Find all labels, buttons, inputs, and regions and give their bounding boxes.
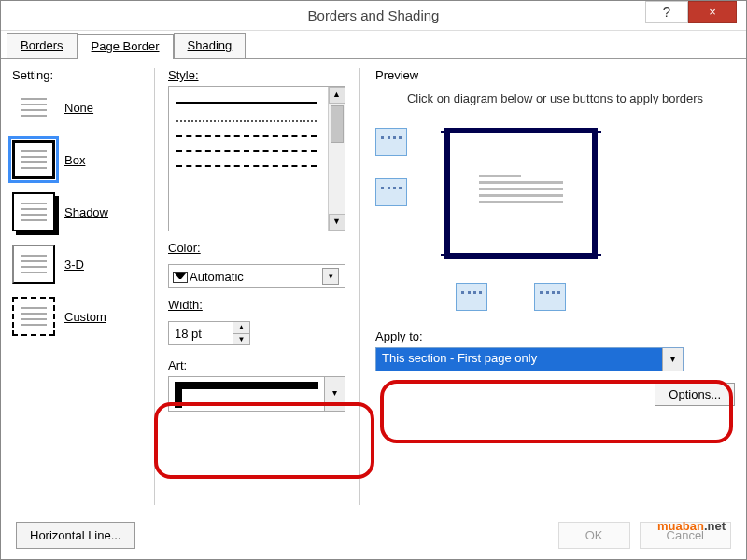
scroll-down-icon[interactable]: ▼ (329, 214, 345, 231)
style-line-dashdot[interactable] (176, 165, 317, 167)
setting-custom-label: Custom (64, 310, 106, 324)
setting-none[interactable]: None (12, 88, 154, 127)
color-label: Color: (168, 241, 359, 255)
scroll-thumb[interactable] (331, 105, 344, 143)
apply-to-value: This section - First page only (376, 348, 662, 371)
chevron-down-icon[interactable]: ▾ (322, 268, 339, 285)
setting-shadow[interactable]: Shadow (12, 192, 154, 231)
art-combo[interactable]: ▾ (168, 376, 345, 412)
setting-shadow-icon (12, 192, 55, 231)
width-label: Width: (168, 298, 359, 312)
setting-box-icon (12, 140, 55, 179)
preview-area (375, 119, 735, 277)
preview-hint: Click on diagram below or use buttons to… (375, 91, 735, 105)
style-line-dash[interactable] (176, 135, 317, 137)
chevron-down-icon[interactable]: ▾ (324, 377, 345, 411)
width-spinner[interactable]: ▲▼ (233, 321, 250, 345)
art-label: Art: (168, 358, 359, 372)
close-button[interactable]: × (688, 1, 737, 23)
border-left-toggle[interactable] (456, 283, 487, 311)
preview-page[interactable] (428, 119, 614, 277)
horizontal-line-button[interactable]: Horizontal Line... (16, 522, 135, 549)
style-line-dash-long[interactable] (176, 150, 317, 152)
setting-3d[interactable]: 3-D (12, 245, 154, 284)
tab-shading[interactable]: Shading (174, 33, 247, 58)
dialog-footer: Horizontal Line... OK Cancel (1, 511, 746, 559)
border-right-toggle[interactable] (534, 283, 566, 311)
style-panel: Style: ▲ ▼ Color: Automatic ▾ Width: (154, 68, 359, 505)
window-title: Borders and Shading (308, 7, 440, 23)
setting-none-label: None (64, 101, 93, 115)
setting-custom-icon (12, 297, 55, 336)
color-combo[interactable]: Automatic ▾ (168, 264, 345, 288)
tab-strip: Borders Page Border Shading (1, 31, 746, 59)
dialog-content: Setting: None Box Shadow 3-D Custom (1, 59, 746, 511)
setting-3d-label: 3-D (64, 258, 84, 272)
setting-none-icon (12, 88, 55, 127)
tab-borders[interactable]: Borders (7, 33, 78, 58)
spin-up-icon[interactable]: ▲ (233, 322, 249, 334)
tab-page-border[interactable]: Page Border (78, 34, 174, 59)
preview-text-lines (479, 175, 563, 207)
ok-button[interactable]: OK (558, 522, 630, 549)
setting-custom[interactable]: Custom (12, 297, 154, 336)
apply-to-row: Apply to: This section - First page only… (375, 329, 735, 371)
setting-box-label: Box (64, 153, 85, 167)
setting-heading: Setting: (12, 68, 154, 82)
border-top-toggle[interactable] (375, 128, 407, 156)
preview-panel: Preview Click on diagram below or use bu… (359, 68, 735, 505)
art-pattern-preview (169, 378, 324, 410)
apply-to-label: Apply to: (375, 329, 735, 343)
setting-shadow-label: Shadow (64, 205, 108, 219)
width-control: 18 pt ▲▼ (168, 321, 359, 345)
close-icon: × (709, 2, 716, 22)
spin-down-icon[interactable]: ▼ (233, 334, 249, 345)
preview-heading: Preview (375, 68, 418, 82)
preview-bottom-buttons (456, 283, 735, 311)
style-label: Style: (168, 68, 359, 82)
watermark: muaban.net (657, 508, 726, 537)
preview-side-buttons (375, 128, 422, 277)
border-bottom-toggle[interactable] (375, 178, 407, 206)
chevron-down-icon[interactable]: ▾ (662, 348, 683, 371)
setting-panel: Setting: None Box Shadow 3-D Custom (12, 68, 154, 505)
style-line-solid[interactable] (176, 102, 317, 104)
color-value: Automatic (175, 270, 244, 284)
borders-shading-dialog: Borders and Shading ? × Borders Page Bor… (0, 0, 747, 560)
apply-to-combo[interactable]: This section - First page only ▾ (375, 347, 684, 371)
help-button[interactable]: ? (645, 1, 688, 23)
setting-3d-icon (12, 245, 55, 284)
width-input[interactable]: 18 pt (168, 321, 233, 345)
titlebar: Borders and Shading ? × (1, 1, 746, 31)
style-line-dotted[interactable] (176, 120, 317, 122)
style-listbox[interactable]: ▲ ▼ (168, 86, 345, 231)
scroll-up-icon[interactable]: ▲ (329, 87, 345, 104)
options-button[interactable]: Options... (655, 383, 735, 406)
style-scrollbar[interactable]: ▲ ▼ (328, 87, 345, 231)
setting-box[interactable]: Box (12, 140, 154, 179)
